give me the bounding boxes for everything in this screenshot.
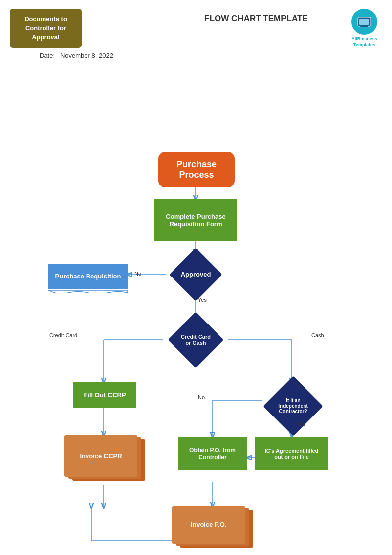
ic-agreement-label: IC's Agreement filledout or on File (265, 448, 319, 460)
header-left: Documents toController forApproval (10, 9, 82, 48)
svg-rect-3 (360, 26, 368, 27)
logo-text: AllBusinessTemplates (351, 36, 377, 47)
no2-label: No (198, 394, 205, 400)
step1-shape: Complete PurchaseRequisition Form (154, 199, 237, 241)
start-shape: PurchaseProcess (158, 152, 235, 187)
diamond1-container: Approved (166, 254, 225, 295)
no1-label: No (134, 271, 141, 277)
yes1-label: Yes (198, 297, 207, 303)
logo-icon (351, 9, 377, 35)
fill-ccrp-shape: Fill Out CCRP (73, 382, 136, 408)
invoice-po-label: Invoice P.O. (191, 521, 227, 528)
date-label: Date: (40, 52, 55, 59)
connectors-svg (0, 62, 392, 555)
ic-agreement-shape: IC's Agreement filledout or on File (255, 437, 328, 470)
page-title: FLOW CHART TEMPLATE (204, 14, 307, 24)
date-line: Date: November 8, 2022 (30, 52, 392, 59)
diamond2-shape (168, 312, 223, 368)
logo-area: AllBusinessTemplates (351, 9, 377, 47)
diamond3-container: It it an IndependentContractor? (261, 382, 325, 430)
yes2-label: Yes (297, 421, 305, 427)
obtain-po-shape: Obtain P.O. fromController (178, 437, 247, 470)
obtain-po-label: Obtain P.O. fromController (189, 447, 236, 461)
start-label: PurchaseProcess (176, 159, 217, 180)
diamond2-container: Credit Cardor Cash (161, 319, 230, 361)
flowchart: PurchaseProcess Complete PurchaseRequisi… (0, 62, 392, 555)
banner-shape: Purchase Requisition (48, 264, 128, 289)
credit-card-label: Credit Card (49, 332, 77, 338)
diamond3-shape (263, 376, 323, 436)
step1-label: Complete PurchaseRequisition Form (166, 213, 225, 228)
header: Documents toController forApproval FLOW … (0, 0, 392, 48)
invoice-po-docs: Invoice P.O. (172, 506, 253, 551)
cash-label: Cash (311, 332, 324, 338)
svg-rect-1 (359, 19, 369, 25)
date-value: November 8, 2022 (60, 52, 113, 59)
invoice-ccpr-docs: Invoice CCPR (64, 435, 145, 485)
invoice-ccpr-label: Invoice CCPR (80, 452, 122, 460)
fill-ccrp-label: Fill Out CCRP (84, 391, 126, 399)
docs-to-controller-box: Documents toController forApproval (10, 9, 82, 48)
banner-label: Purchase Requisition (55, 273, 121, 280)
diamond1-shape (169, 248, 222, 301)
